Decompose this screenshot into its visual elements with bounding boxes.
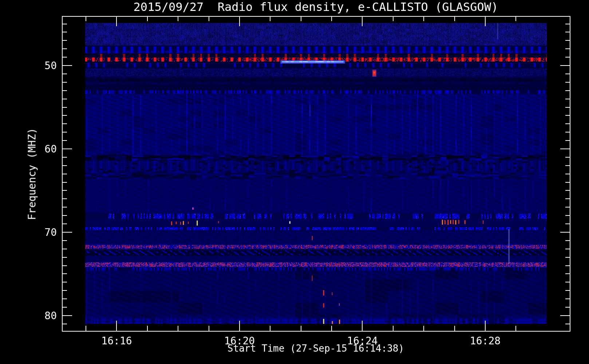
y-axis-title: Frequency (MHZ) (26, 128, 38, 220)
y-tick-label: 50 (35, 60, 57, 72)
x-tick-label: 16:20 (224, 335, 255, 347)
plot-title: 2015/09/27 Radio flux density, e-CALLIST… (62, 0, 570, 14)
spectrogram-page: 2015/09/27 Radio flux density, e-CALLIST… (0, 0, 589, 364)
x-tick-label: 16:28 (470, 335, 501, 347)
y-tick-label: 70 (35, 226, 57, 238)
y-tick-label: 60 (35, 143, 57, 155)
x-tick-label: 16:24 (347, 335, 377, 347)
y-tick-label: 80 (35, 310, 57, 322)
x-tick-label: 16:16 (101, 335, 132, 347)
spectrogram-canvas (0, 0, 589, 364)
